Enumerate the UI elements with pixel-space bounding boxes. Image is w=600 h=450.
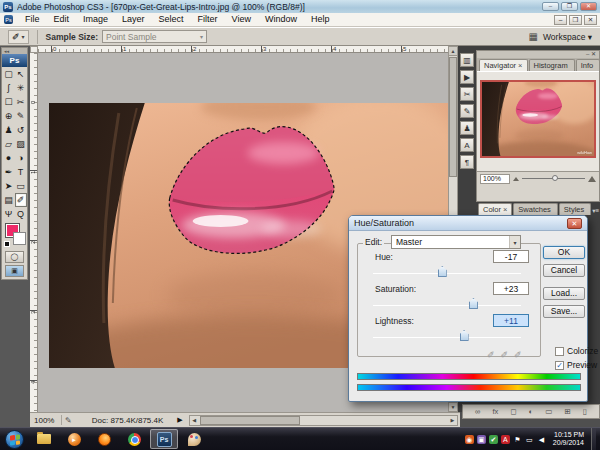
taskbar-firefox[interactable]: [90, 429, 118, 449]
eyedropper-minus-icon[interactable]: ✐: [514, 350, 522, 360]
notes-tool[interactable]: ▤: [3, 193, 15, 207]
eyedropper-tool[interactable]: ✐: [15, 193, 27, 207]
tab-swatches[interactable]: Swatches: [513, 203, 558, 215]
maximize-button[interactable]: ❐: [561, 2, 578, 11]
default-colors-icon[interactable]: [4, 241, 10, 247]
menu-item[interactable]: Filter: [191, 13, 225, 26]
scroll-right-arrow[interactable]: ▶: [448, 417, 457, 423]
save-button[interactable]: Save...: [543, 305, 585, 318]
brush-tool[interactable]: ✎: [15, 109, 27, 123]
ok-button[interactable]: OK: [543, 246, 585, 259]
slider-value-input[interactable]: +23: [493, 282, 529, 295]
horizontal-scroll-thumb[interactable]: [200, 416, 300, 425]
tab-navigator[interactable]: Navigator×: [479, 59, 528, 71]
clone-source-panel-icon[interactable]: ▶: [460, 70, 474, 84]
delete-layer-icon[interactable]: ▯: [583, 407, 587, 416]
path-selection-tool[interactable]: ➤: [3, 179, 15, 193]
slider-track[interactable]: [373, 273, 521, 274]
background-color-swatch[interactable]: [13, 232, 26, 245]
slider-thumb[interactable]: [469, 298, 478, 309]
taskbar-media-player[interactable]: ▸: [60, 429, 88, 449]
navigator-zoom-field[interactable]: 100%: [480, 174, 510, 184]
zoom-out-icon[interactable]: [513, 177, 519, 181]
taskbar-explorer[interactable]: [30, 429, 58, 449]
dialog-titlebar[interactable]: Hue/Saturation ✕: [349, 216, 587, 231]
taskbar-paint[interactable]: [180, 429, 208, 449]
tab-info[interactable]: Info: [576, 59, 600, 71]
screen-mode-button[interactable]: ▣: [5, 265, 24, 277]
history-brush-tool[interactable]: ↺: [15, 123, 27, 137]
lasso-tool[interactable]: ʃ: [3, 81, 15, 95]
menu-item[interactable]: File: [18, 13, 47, 26]
menu-item[interactable]: Help: [304, 13, 337, 26]
scroll-down-arrow[interactable]: ▼: [449, 402, 457, 411]
taskbar-clock[interactable]: 10:15 PM 20/9/2014: [549, 431, 588, 447]
character-panel-icon[interactable]: A: [460, 138, 474, 152]
type-tool[interactable]: T: [15, 165, 27, 179]
panel-group-controls[interactable]: – ✕: [477, 51, 599, 58]
tool-presets-panel-icon[interactable]: ✂: [460, 87, 474, 101]
menu-item[interactable]: Window: [258, 13, 304, 26]
status-options-arrow[interactable]: ▶: [177, 416, 182, 424]
brushes-panel-icon[interactable]: ▥: [460, 53, 474, 67]
slice-tool[interactable]: ✂: [15, 95, 27, 109]
doc-close-button[interactable]: ✕: [584, 15, 597, 25]
show-desktop-button[interactable]: [591, 428, 596, 450]
navigator-zoom-slider[interactable]: [522, 178, 585, 179]
scroll-up-arrow[interactable]: ▲: [449, 47, 457, 56]
shape-tool[interactable]: ▭: [15, 179, 27, 193]
slider-thumb[interactable]: [460, 330, 469, 341]
quick-mask-button[interactable]: ◯: [5, 251, 24, 263]
layer-style-icon[interactable]: fx: [492, 407, 498, 416]
eyedropper-icon[interactable]: ✐: [487, 350, 495, 360]
menu-item[interactable]: Select: [152, 13, 191, 26]
close-button[interactable]: ✕: [580, 2, 597, 11]
panel-menu-icon[interactable]: ▾≡: [592, 207, 600, 215]
rectangular-marquee-tool[interactable]: ▢: [3, 67, 15, 81]
pen-tool[interactable]: ✒: [3, 165, 15, 179]
scroll-left-arrow[interactable]: ◀: [190, 417, 199, 423]
slider-value-input[interactable]: +11: [493, 314, 529, 327]
adjustment-layer-icon[interactable]: ◐: [529, 407, 534, 416]
channels-panel-icon[interactable]: ♟: [460, 121, 474, 135]
eyedropper-plus-icon[interactable]: ✐: [501, 350, 509, 360]
link-layers-icon[interactable]: ∞: [475, 407, 480, 416]
zoom-slider-thumb[interactable]: [552, 175, 558, 181]
crop-tool[interactable]: ☐: [3, 95, 15, 109]
navigator-proxy-view[interactable]: wikiHow: [480, 80, 596, 158]
zoom-in-icon[interactable]: [588, 176, 596, 182]
magic-wand-tool[interactable]: ✳: [15, 81, 27, 95]
doc-minimize-button[interactable]: –: [554, 15, 567, 25]
minimize-button[interactable]: –: [542, 2, 559, 11]
gradient-tool[interactable]: ▨: [15, 137, 27, 151]
healing-brush-tool[interactable]: ⊕: [3, 109, 15, 123]
edit-dropdown[interactable]: Master ▾: [391, 235, 521, 249]
tab-histogram[interactable]: Histogram: [529, 59, 575, 71]
zoom-tool[interactable]: Q: [15, 207, 27, 221]
slider-track[interactable]: [373, 337, 521, 338]
move-tool[interactable]: ↖: [15, 67, 27, 81]
adobe-reader-tray-icon[interactable]: A: [501, 435, 510, 444]
paragraph-panel-icon[interactable]: ¶: [460, 155, 474, 169]
layer-comps-panel-icon[interactable]: ✎: [460, 104, 474, 118]
menu-item[interactable]: Image: [76, 13, 115, 26]
eraser-tool[interactable]: ▱: [3, 137, 15, 151]
photo-app-tray-icon[interactable]: ▣: [477, 435, 486, 444]
volume-tray-icon[interactable]: ◀: [537, 435, 546, 444]
slider-track[interactable]: [373, 305, 521, 306]
workspace-control[interactable]: ▦ Workspace ▾: [529, 31, 600, 42]
status-zoom-field[interactable]: 100%: [30, 416, 58, 425]
hand-tool[interactable]: Ψ: [3, 207, 15, 221]
clone-stamp-tool[interactable]: ♟: [3, 123, 15, 137]
dialog-close-button[interactable]: ✕: [567, 218, 582, 229]
slider-thumb[interactable]: [438, 266, 447, 277]
sample-size-dropdown[interactable]: Point Sample ▾: [102, 30, 207, 43]
antivirus-tray-icon[interactable]: ✔: [489, 435, 498, 444]
load-button[interactable]: Load...: [543, 287, 585, 300]
cancel-button[interactable]: Cancel: [543, 264, 585, 277]
titlebar[interactable]: Ps Adobe Photoshop CS3 - [670px-Get-Grea…: [0, 0, 600, 13]
new-layer-icon[interactable]: ⊞: [564, 407, 570, 416]
network-tray-icon[interactable]: ▭: [525, 435, 534, 444]
tab-styles[interactable]: Styles: [559, 203, 591, 215]
horizontal-scrollbar[interactable]: ◀ ▶: [189, 415, 458, 426]
